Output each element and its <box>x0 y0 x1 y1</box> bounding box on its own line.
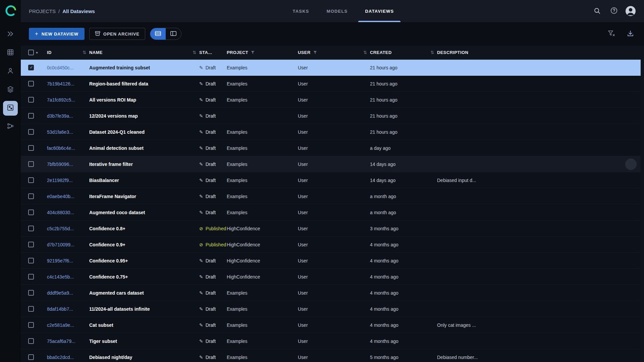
row-checkbox[interactable] <box>28 338 34 344</box>
sort-icon[interactable]: ⇅ <box>82 50 87 55</box>
split-view-button[interactable] <box>166 28 181 40</box>
table-row[interactable]: 75acaf6a79... Tiger subset ✎ Draft Examp… <box>21 333 644 349</box>
row-checkbox[interactable] <box>28 193 34 199</box>
scrollbar-track[interactable] <box>641 46 644 362</box>
row-checkbox[interactable] <box>28 97 34 103</box>
row-checkbox[interactable] <box>28 322 34 328</box>
status-badge: ✎ Draft <box>199 178 227 183</box>
table-row[interactable]: fac60b6c4e... Animal detection subset ✎ … <box>21 140 644 156</box>
sidebar-item-annotations[interactable] <box>3 64 18 79</box>
table-row[interactable]: c2e581a9e... Cat subset ✎ Draft Examples… <box>21 317 644 333</box>
status-icon: ✎ <box>199 306 203 312</box>
column-header-user[interactable]: USER <box>298 50 370 55</box>
status-badge: ✎ Draft <box>199 81 227 86</box>
column-header-created[interactable]: ⇅ CREATED <box>370 50 437 55</box>
header-tab[interactable]: TASKS <box>284 0 318 22</box>
row-checkbox[interactable] <box>28 177 34 183</box>
filter-funnel-icon[interactable] <box>251 51 255 54</box>
sort-icon[interactable]: ⇅ <box>430 50 435 55</box>
table-row[interactable]: d7b710099... Confidence 0.9+ ⊘ Published… <box>21 237 644 253</box>
row-select-cell <box>28 145 47 151</box>
table-row[interactable]: 7a1fc892c5... All versions ROI Map ✎ Dra… <box>21 92 644 108</box>
table-row[interactable]: e0aebe40b... IteraFrame Navigator ✎ Draf… <box>21 188 644 204</box>
row-checkbox[interactable] <box>28 209 34 215</box>
table-row[interactable]: 53d1fa6e3... Dataset 2024-Q1 cleaned ✎ D… <box>21 124 644 140</box>
status-label: Draft <box>206 274 216 280</box>
status-badge: ✎ Draft <box>199 65 227 70</box>
table-row[interactable]: 2e11982f9... BiasBalancer ✎ Draft Exampl… <box>21 172 644 188</box>
column-header-description[interactable]: ⇅ DESCRIPTION <box>437 50 644 55</box>
cell-project: Examples <box>227 194 298 199</box>
download-button[interactable] <box>625 28 636 40</box>
table-row[interactable]: 8daf14bb7... 11/2024-all datasets infini… <box>21 301 644 317</box>
cell-id: 7a1fc892c5... <box>47 97 89 103</box>
cell-id: c4c143e5b... <box>47 274 89 280</box>
column-header-project[interactable]: PROJECT <box>227 50 298 55</box>
row-checkbox[interactable] <box>28 65 34 70</box>
cell-status: ✎ Draft <box>199 178 227 183</box>
row-select-cell <box>28 338 47 344</box>
cell-id: 7b19b4126... <box>47 81 89 86</box>
table-view-icon <box>155 31 161 37</box>
row-checkbox[interactable] <box>28 354 34 360</box>
sidebar-item-dataviews[interactable] <box>3 101 18 116</box>
sort-icon[interactable]: ⇅ <box>363 50 368 55</box>
table-row[interactable]: c4c143e5b... Confidence 0.75+ ✎ Draft Hi… <box>21 269 644 285</box>
table-row[interactable]: 7b19b4126... Region-based filtered data … <box>21 76 644 92</box>
sidebar-item-hyper-datasets[interactable] <box>3 82 18 97</box>
row-checkbox[interactable] <box>28 242 34 247</box>
row-select-cell <box>28 129 47 135</box>
row-checkbox[interactable] <box>28 113 34 119</box>
header-tab[interactable]: DATAVIEWS <box>356 0 402 22</box>
sidebar-item-datasets[interactable] <box>3 46 18 60</box>
select-dropdown-caret[interactable]: ▾ <box>36 50 38 55</box>
status-badge: ✎ Draft <box>199 129 227 135</box>
column-header-status[interactable]: ⇅ STA... <box>199 50 227 55</box>
cell-created: 21 hours ago <box>370 65 437 70</box>
row-checkbox[interactable] <box>28 226 34 231</box>
sort-icon[interactable]: ⇅ <box>192 50 197 55</box>
filter-funnel-icon[interactable] <box>313 51 317 54</box>
clearml-logo[interactable] <box>3 3 18 18</box>
header-tab[interactable]: MODELS <box>318 0 357 22</box>
header-tab-label: MODELS <box>327 9 348 14</box>
table-row[interactable]: bba0c2dcd... Debiased night/day ✎ Draft … <box>21 349 644 362</box>
row-select-cell <box>28 242 47 247</box>
table-row[interactable]: 404c88030... Augmented coco dataset ✎ Dr… <box>21 204 644 221</box>
breadcrumb-projects[interactable]: PROJECTS <box>29 8 56 14</box>
table-view-button[interactable] <box>150 28 166 40</box>
status-badge: ✎ Draft <box>199 97 227 103</box>
row-checkbox[interactable] <box>28 81 34 86</box>
status-badge: ⊘ Published <box>199 226 227 231</box>
select-all-checkbox[interactable] <box>28 50 34 55</box>
row-checkbox[interactable] <box>28 274 34 280</box>
sidebar-item-projects[interactable] <box>3 27 18 42</box>
table-row[interactable]: 92195e7f6... Confidence 0.95+ ✎ Draft Hi… <box>21 253 644 269</box>
sidebar-item-pipelines[interactable] <box>3 119 18 134</box>
row-checkbox[interactable] <box>28 129 34 135</box>
profile-button[interactable] <box>625 6 636 16</box>
row-checkbox[interactable] <box>28 145 34 151</box>
row-checkbox[interactable] <box>28 306 34 312</box>
table-row[interactable]: c5c2b755d... Confidence 0.8+ ⊘ Published… <box>21 221 644 237</box>
row-checkbox[interactable] <box>28 258 34 263</box>
status-label: Draft <box>206 339 216 344</box>
status-label: Draft <box>206 113 216 119</box>
row-checkbox[interactable] <box>28 161 34 167</box>
help-button[interactable] <box>608 6 619 16</box>
row-checkbox[interactable] <box>28 290 34 296</box>
cell-id: fac60b6c4e... <box>47 145 89 151</box>
table-row[interactable]: 0c0cd450c... Augmented training subset ✎… <box>21 60 644 76</box>
select-all-cell: ▾ <box>28 50 47 55</box>
column-header-name[interactable]: ⇅ NAME <box>89 50 199 55</box>
search-button[interactable] <box>592 6 602 16</box>
table-row[interactable]: d3b7fe39a... 12/2024 versions map ✎ Draf… <box>21 108 644 124</box>
open-archive-button[interactable]: OPEN ARCHIVE <box>89 28 145 40</box>
new-dataview-button[interactable]: + NEW DATAVIEW <box>29 28 85 40</box>
table-row[interactable]: 7bfb59096... Iterative frame filter ✎ Dr… <box>21 156 644 172</box>
cell-id: d3b7fe39a... <box>47 113 89 119</box>
status-label: Draft <box>206 145 216 151</box>
clear-filters-button[interactable] <box>606 28 617 40</box>
table-row[interactable]: dddf9e5a9... Augmented cars dataset ✎ Dr… <box>21 285 644 301</box>
floating-scroll-button[interactable] <box>625 159 637 170</box>
